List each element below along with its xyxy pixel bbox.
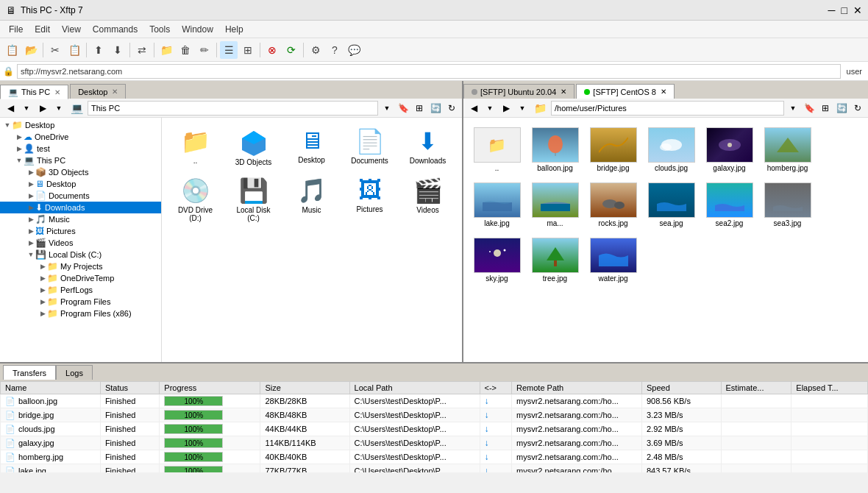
minimize-btn[interactable]: ─ [828, 4, 836, 16]
menu-help[interactable]: Help [219, 23, 249, 36]
file-item-documents[interactable]: 📄 Documents [342, 124, 397, 170]
this-pc-tab-close[interactable]: ✕ [54, 88, 60, 96]
maximize-btn[interactable]: □ [842, 4, 847, 16]
rename-btn[interactable]: ✏ [196, 41, 213, 59]
menu-commands[interactable]: Commands [87, 23, 143, 36]
close-btn[interactable]: ✕ [853, 4, 862, 16]
col-speed[interactable]: Speed [641, 382, 721, 394]
tree-item-music[interactable]: ▶ 🎵 Music [0, 213, 161, 225]
expand-onedrive[interactable]: ▶ [15, 133, 24, 141]
col-progress[interactable]: Progress [160, 382, 260, 394]
delete-btn[interactable]: 🗑 [177, 41, 194, 59]
expand-programfilesx86[interactable]: ▶ [38, 310, 47, 317]
forward-btn[interactable]: ▶ [35, 101, 50, 116]
right-file-sea3[interactable]: sea3.jpg [760, 179, 815, 231]
right-file-water[interactable]: water.jpg [586, 234, 641, 286]
right-path-dropdown-btn[interactable]: ▼ [786, 101, 800, 116]
expand-perflogs[interactable]: ▶ [38, 286, 47, 294]
sync-btn[interactable]: 🔄 [428, 101, 443, 116]
refresh-btn[interactable]: ↻ [444, 101, 459, 116]
right-file-malibu[interactable]: ma... [527, 179, 583, 231]
menu-view[interactable]: View [56, 23, 87, 36]
expand-programfiles[interactable]: ▶ [38, 298, 47, 305]
download-btn[interactable]: ⬇ [109, 41, 127, 59]
bookmark-btn[interactable]: 🔖 [396, 101, 410, 116]
menu-edit[interactable]: Edit [29, 23, 56, 36]
tree-item-desktop[interactable]: ▼ 📁 Desktop [0, 119, 161, 131]
right-back-arrow-btn[interactable]: ▼ [483, 101, 497, 116]
tree-item-programfilesx86[interactable]: ▶ 📁 Program Files (x86) [0, 308, 161, 319]
file-item-pictures[interactable]: 🖼 Pictures [342, 173, 397, 226]
right-refresh-btn[interactable]: ↻ [850, 101, 865, 116]
right-file-rocks[interactable]: rocks.jpg [586, 179, 641, 231]
reconnect-btn[interactable]: ⟳ [282, 41, 300, 59]
cut-btn[interactable]: ✂ [46, 41, 64, 59]
menu-file[interactable]: File [3, 23, 29, 36]
expand-docs[interactable]: ▶ [26, 192, 35, 199]
path-input[interactable] [88, 101, 378, 116]
tree-item-test[interactable]: ▶ 👤 test [0, 143, 161, 155]
new-folder-btn[interactable]: 📁 [157, 41, 175, 59]
tree-item-onedrive[interactable]: ▶ ☁ OneDrive [0, 131, 161, 143]
tree-item-onedrivetemp[interactable]: ▶ 📁 OneDriveTemp [0, 272, 161, 284]
tree-item-downloads[interactable]: ▶ ⬇ Downloads [0, 202, 161, 213]
file-item-desktop[interactable]: 🖥 Desktop [284, 124, 339, 170]
tree-item-desktop2[interactable]: ▶ 🖥 Desktop [0, 178, 161, 190]
tab-desktop[interactable]: Desktop ✕ [70, 84, 126, 99]
expand-pictures[interactable]: ▶ [26, 227, 35, 235]
menu-window[interactable]: Window [176, 23, 219, 36]
col-status[interactable]: Status [100, 382, 159, 394]
back-btn[interactable]: ◀ [3, 101, 18, 116]
col-remote[interactable]: Remote Path [512, 382, 642, 394]
col-estimate[interactable]: Estimate... [721, 382, 791, 394]
tree-item-programfiles[interactable]: ▶ 📁 Program Files [0, 296, 161, 308]
right-sync-btn[interactable]: 🔄 [834, 101, 849, 116]
expand-3dobjects[interactable]: ▶ [26, 169, 35, 176]
expand-onedrivetemp[interactable]: ▶ [38, 274, 47, 282]
expand-music[interactable]: ▶ [26, 216, 35, 223]
transfer-btn[interactable]: ⇄ [133, 41, 151, 59]
tree-item-myprojects[interactable]: ▶ 📁 My Projects [0, 260, 161, 272]
col-elapsed[interactable]: Elapsed T... [791, 382, 868, 394]
expand-test[interactable]: ▶ [15, 145, 24, 152]
right-forward-btn[interactable]: ▶ [499, 101, 513, 116]
right-path-input[interactable] [551, 101, 784, 116]
expand-myprojects[interactable]: ▶ [38, 263, 47, 270]
file-item-downloads[interactable]: ⬇ Downloads [400, 124, 455, 170]
tree-item-localc[interactable]: ▼ 💾 Local Disk (C:) [0, 249, 161, 260]
right-file-lake[interactable]: lake.jpg [469, 179, 524, 231]
expand-thispc[interactable]: ▼ [15, 157, 24, 164]
tree-item-perflogs[interactable]: ▶ 📁 PerfLogs [0, 284, 161, 296]
right-bookmark-btn[interactable]: 🔖 [802, 101, 817, 116]
desktop-tab-close[interactable]: ✕ [112, 88, 118, 96]
tab-transfers[interactable]: Transfers [3, 365, 56, 380]
right-file-sky[interactable]: sky.jpg [469, 234, 524, 286]
new-session-btn[interactable]: 📋 [3, 41, 21, 59]
file-item-videos[interactable]: 🎬 Videos [400, 173, 455, 226]
tree-item-documents[interactable]: ▶ 📄 Documents [0, 190, 161, 202]
right-bookmark-mgr-btn[interactable]: ⊞ [818, 101, 833, 116]
col-local[interactable]: Local Path [349, 382, 480, 394]
tree-item-thispc[interactable]: ▼ 💻 This PC [0, 155, 161, 166]
list-view-btn[interactable]: ☰ [220, 41, 238, 59]
tab-this-pc[interactable]: 💻 This PC ✕ [0, 85, 68, 99]
tree-item-3dobjects[interactable]: ▶ 📦 3D Objects [0, 166, 161, 178]
open-btn[interactable]: 📂 [22, 41, 40, 59]
address-input[interactable] [17, 64, 841, 79]
right-file-homberg[interactable]: homberg.jpg [760, 124, 815, 176]
copy-btn[interactable]: 📋 [65, 41, 83, 59]
right-file-bridge[interactable]: bridge.jpg [586, 124, 641, 176]
file-item-dvd[interactable]: 💿 DVD Drive (D:) [168, 173, 223, 226]
file-item-3dobjects[interactable]: 3D Objects [226, 124, 281, 170]
expand-desktop[interactable]: ▼ [3, 121, 12, 129]
back-arrow-btn[interactable]: ▼ [19, 101, 34, 116]
path-dropdown-btn[interactable]: ▼ [380, 101, 394, 116]
expand-localc[interactable]: ▼ [26, 251, 35, 258]
right-file-balloon[interactable]: balloon.jpg [527, 124, 583, 176]
upload-btn[interactable]: ⬆ [90, 41, 107, 59]
right-file-parent[interactable]: 📁 .. [469, 124, 524, 176]
help-btn[interactable]: ? [326, 41, 344, 59]
bookmark-mgr-btn[interactable]: ⊞ [412, 101, 427, 116]
tree-item-videos[interactable]: ▶ 🎬 Videos [0, 237, 161, 249]
right-file-galaxy[interactable]: galaxy.jpg [702, 124, 757, 176]
